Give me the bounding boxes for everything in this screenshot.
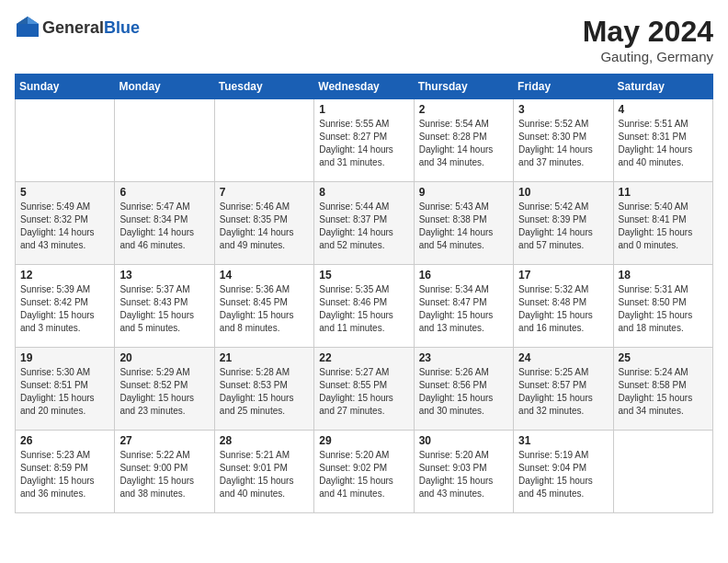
calendar-table: Sunday Monday Tuesday Wednesday Thursday… <box>15 74 713 513</box>
svg-marker-1 <box>28 17 39 24</box>
day-number: 5 <box>20 186 109 199</box>
calendar-cell: 28Sunrise: 5:21 AM Sunset: 9:01 PM Dayli… <box>214 431 313 513</box>
day-info: Sunrise: 5:26 AM Sunset: 8:56 PM Dayligh… <box>419 366 508 418</box>
calendar-cell: 25Sunrise: 5:24 AM Sunset: 8:58 PM Dayli… <box>613 348 712 431</box>
col-saturday: Saturday <box>613 75 712 99</box>
day-number: 6 <box>119 186 209 199</box>
day-number: 3 <box>518 103 608 116</box>
day-info: Sunrise: 5:19 AM Sunset: 9:04 PM Dayligh… <box>518 449 608 500</box>
day-number: 26 <box>20 434 109 447</box>
day-number: 20 <box>119 351 209 364</box>
calendar-cell: 18Sunrise: 5:31 AM Sunset: 8:50 PM Dayli… <box>613 265 712 348</box>
day-number: 28 <box>220 434 309 447</box>
day-info: Sunrise: 5:43 AM Sunset: 8:38 PM Dayligh… <box>419 201 508 252</box>
day-number: 10 <box>518 186 608 199</box>
calendar-cell: 10Sunrise: 5:42 AM Sunset: 8:39 PM Dayli… <box>514 182 613 265</box>
day-number: 24 <box>518 351 608 364</box>
calendar-cell: 27Sunrise: 5:22 AM Sunset: 9:00 PM Dayli… <box>115 431 214 513</box>
day-info: Sunrise: 5:30 AM Sunset: 8:51 PM Dayligh… <box>20 366 109 418</box>
calendar-week-row: 5Sunrise: 5:49 AM Sunset: 8:32 PM Daylig… <box>16 182 713 265</box>
day-info: Sunrise: 5:46 AM Sunset: 8:35 PM Dayligh… <box>220 201 309 252</box>
calendar-cell: 19Sunrise: 5:30 AM Sunset: 8:51 PM Dayli… <box>16 348 115 431</box>
calendar-cell: 26Sunrise: 5:23 AM Sunset: 8:59 PM Dayli… <box>16 431 115 513</box>
logo-general-text: General <box>42 18 104 37</box>
calendar-cell: 13Sunrise: 5:37 AM Sunset: 8:43 PM Dayli… <box>115 265 214 348</box>
day-number: 2 <box>419 103 508 116</box>
day-number: 29 <box>319 434 408 447</box>
page-header: GeneralBlue May 2024 Gauting, Germany <box>15 15 713 64</box>
day-info: Sunrise: 5:42 AM Sunset: 8:39 PM Dayligh… <box>518 201 608 252</box>
calendar-cell: 9Sunrise: 5:43 AM Sunset: 8:38 PM Daylig… <box>414 182 513 265</box>
calendar-cell <box>613 431 712 513</box>
day-number: 17 <box>518 269 608 282</box>
day-info: Sunrise: 5:25 AM Sunset: 8:57 PM Dayligh… <box>518 366 608 418</box>
col-sunday: Sunday <box>16 75 115 99</box>
calendar-cell <box>115 99 214 182</box>
calendar-cell: 20Sunrise: 5:29 AM Sunset: 8:52 PM Dayli… <box>115 348 214 431</box>
calendar-cell: 7Sunrise: 5:46 AM Sunset: 8:35 PM Daylig… <box>214 182 313 265</box>
calendar-cell: 11Sunrise: 5:40 AM Sunset: 8:41 PM Dayli… <box>613 182 712 265</box>
calendar-cell: 3Sunrise: 5:52 AM Sunset: 8:30 PM Daylig… <box>514 99 613 182</box>
calendar-cell: 30Sunrise: 5:20 AM Sunset: 9:03 PM Dayli… <box>414 431 513 513</box>
day-info: Sunrise: 5:36 AM Sunset: 8:45 PM Dayligh… <box>220 283 309 335</box>
day-number: 12 <box>20 269 109 282</box>
day-number: 31 <box>518 434 608 447</box>
calendar-cell: 24Sunrise: 5:25 AM Sunset: 8:57 PM Dayli… <box>514 348 613 431</box>
col-friday: Friday <box>514 75 613 99</box>
calendar-week-row: 12Sunrise: 5:39 AM Sunset: 8:42 PM Dayli… <box>16 265 713 348</box>
day-number: 13 <box>119 269 209 282</box>
day-info: Sunrise: 5:35 AM Sunset: 8:46 PM Dayligh… <box>319 283 408 335</box>
day-number: 30 <box>419 434 508 447</box>
calendar-cell: 8Sunrise: 5:44 AM Sunset: 8:37 PM Daylig… <box>314 182 414 265</box>
day-info: Sunrise: 5:22 AM Sunset: 9:00 PM Dayligh… <box>119 449 209 500</box>
calendar-week-row: 19Sunrise: 5:30 AM Sunset: 8:51 PM Dayli… <box>16 348 713 431</box>
day-number: 16 <box>419 269 508 282</box>
day-number: 22 <box>319 351 408 364</box>
title-block: May 2024 Gauting, Germany <box>583 15 713 64</box>
day-info: Sunrise: 5:34 AM Sunset: 8:47 PM Dayligh… <box>419 283 508 335</box>
logo: GeneralBlue <box>15 15 140 40</box>
day-number: 18 <box>619 269 708 282</box>
calendar-cell <box>214 99 313 182</box>
day-info: Sunrise: 5:24 AM Sunset: 8:58 PM Dayligh… <box>619 366 708 418</box>
day-number: 19 <box>20 351 109 364</box>
logo-icon <box>15 15 40 40</box>
day-info: Sunrise: 5:55 AM Sunset: 8:27 PM Dayligh… <box>319 118 408 169</box>
day-info: Sunrise: 5:40 AM Sunset: 8:41 PM Dayligh… <box>619 201 708 252</box>
day-number: 23 <box>419 351 508 364</box>
day-info: Sunrise: 5:23 AM Sunset: 8:59 PM Dayligh… <box>20 449 109 500</box>
day-info: Sunrise: 5:28 AM Sunset: 8:53 PM Dayligh… <box>220 366 309 418</box>
day-number: 14 <box>220 269 309 282</box>
col-thursday: Thursday <box>414 75 513 99</box>
calendar-cell <box>16 99 115 182</box>
calendar-cell: 21Sunrise: 5:28 AM Sunset: 8:53 PM Dayli… <box>214 348 313 431</box>
day-info: Sunrise: 5:31 AM Sunset: 8:50 PM Dayligh… <box>619 283 708 335</box>
calendar-body: 1Sunrise: 5:55 AM Sunset: 8:27 PM Daylig… <box>16 99 713 513</box>
calendar-cell: 17Sunrise: 5:32 AM Sunset: 8:48 PM Dayli… <box>514 265 613 348</box>
calendar-week-row: 26Sunrise: 5:23 AM Sunset: 8:59 PM Dayli… <box>16 431 713 513</box>
day-number: 11 <box>619 186 708 199</box>
calendar-cell: 15Sunrise: 5:35 AM Sunset: 8:46 PM Dayli… <box>314 265 414 348</box>
day-info: Sunrise: 5:37 AM Sunset: 8:43 PM Dayligh… <box>119 283 209 335</box>
col-tuesday: Tuesday <box>214 75 313 99</box>
location-subtitle: Gauting, Germany <box>583 49 713 64</box>
day-number: 1 <box>319 103 408 116</box>
calendar-cell: 12Sunrise: 5:39 AM Sunset: 8:42 PM Dayli… <box>16 265 115 348</box>
calendar-cell: 5Sunrise: 5:49 AM Sunset: 8:32 PM Daylig… <box>16 182 115 265</box>
day-info: Sunrise: 5:21 AM Sunset: 9:01 PM Dayligh… <box>220 449 309 500</box>
day-info: Sunrise: 5:49 AM Sunset: 8:32 PM Dayligh… <box>20 201 109 252</box>
calendar-cell: 14Sunrise: 5:36 AM Sunset: 8:45 PM Dayli… <box>214 265 313 348</box>
logo-blue-text: Blue <box>104 18 140 37</box>
calendar-header: Sunday Monday Tuesday Wednesday Thursday… <box>16 75 713 99</box>
day-number: 27 <box>119 434 209 447</box>
day-number: 15 <box>319 269 408 282</box>
calendar-cell: 29Sunrise: 5:20 AM Sunset: 9:02 PM Dayli… <box>314 431 414 513</box>
day-number: 25 <box>619 351 708 364</box>
day-number: 7 <box>220 186 309 199</box>
calendar-cell: 23Sunrise: 5:26 AM Sunset: 8:56 PM Dayli… <box>414 348 513 431</box>
calendar-week-row: 1Sunrise: 5:55 AM Sunset: 8:27 PM Daylig… <box>16 99 713 182</box>
day-info: Sunrise: 5:32 AM Sunset: 8:48 PM Dayligh… <box>518 283 608 335</box>
day-info: Sunrise: 5:52 AM Sunset: 8:30 PM Dayligh… <box>518 118 608 169</box>
day-info: Sunrise: 5:20 AM Sunset: 9:03 PM Dayligh… <box>419 449 508 500</box>
header-row: Sunday Monday Tuesday Wednesday Thursday… <box>16 75 713 99</box>
